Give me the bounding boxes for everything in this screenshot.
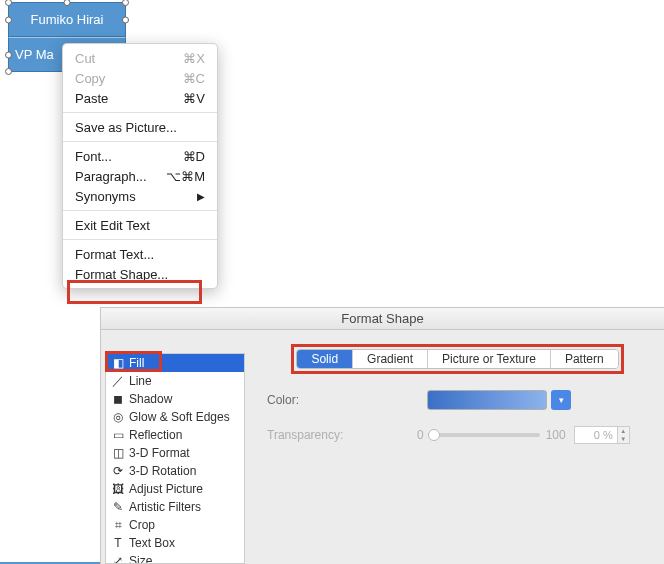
color-row: Color: ▾ xyxy=(267,390,648,410)
shape-role: VP Ma xyxy=(15,47,54,62)
sidebar-item-3-d-format[interactable]: ◫3-D Format xyxy=(106,444,244,462)
sidebar-item-label: 3-D Format xyxy=(129,446,190,460)
chevron-right-icon: ▶ xyxy=(197,191,205,202)
text-box-icon: T xyxy=(109,536,127,550)
menu-exit-edit-text[interactable]: Exit Edit Text xyxy=(63,215,217,235)
menu-separator xyxy=(63,239,217,240)
sidebar-item-label: Artistic Filters xyxy=(129,500,201,514)
transparency-slider[interactable] xyxy=(430,433,540,437)
chevron-updown-icon: ▾ xyxy=(559,395,564,405)
stepper-up-icon[interactable]: ▲ xyxy=(618,427,629,435)
stepper-down-icon[interactable]: ▼ xyxy=(618,435,629,443)
context-menu: Cut⌘X Copy⌘C Paste⌘V Save as Picture... … xyxy=(62,43,218,289)
menu-separator xyxy=(63,210,217,211)
shape-name-box[interactable]: Fumiko Hirai xyxy=(8,2,126,37)
transparency-min: 0 xyxy=(417,428,424,442)
reflection-icon: ▭ xyxy=(109,428,127,442)
sidebar-item-line[interactable]: ／Line xyxy=(106,372,244,390)
crop-icon: ⌗ xyxy=(109,518,127,532)
sidebar-item-size[interactable]: ⤢Size xyxy=(106,552,244,564)
resize-handle[interactable] xyxy=(122,0,129,6)
resize-handle[interactable] xyxy=(5,0,12,6)
menu-format-shape[interactable]: Format Shape... xyxy=(63,264,217,284)
menu-cut: Cut⌘X xyxy=(63,48,217,68)
sidebar-item-label: Text Box xyxy=(129,536,175,550)
fill-type-segmented: Solid Gradient Picture or Texture Patter… xyxy=(296,349,618,369)
fill-icon: ◧ xyxy=(109,356,127,370)
sidebar-item-crop[interactable]: ⌗Crop xyxy=(106,516,244,534)
3d-format-icon: ◫ xyxy=(109,446,127,460)
menu-font[interactable]: Font...⌘D xyxy=(63,146,217,166)
menu-synonyms[interactable]: Synonyms▶ xyxy=(63,186,217,206)
sidebar-item-label: Adjust Picture xyxy=(129,482,203,496)
sidebar-item-label: Crop xyxy=(129,518,155,532)
tab-pattern[interactable]: Pattern xyxy=(551,350,618,368)
color-well[interactable] xyxy=(427,390,547,410)
transparency-input[interactable]: 0 % xyxy=(574,426,618,444)
glow-icon: ◎ xyxy=(109,410,127,424)
format-shape-panel: Solid Gradient Picture or Texture Patter… xyxy=(251,336,664,564)
format-shape-sidebar: ◧Fill／Line◼Shadow◎Glow & Soft Edges▭Refl… xyxy=(105,353,245,564)
transparency-row: Transparency: 0 100 0 % ▲ ▼ xyxy=(267,426,648,444)
sidebar-item-adjust-picture[interactable]: 🖼Adjust Picture xyxy=(106,480,244,498)
sidebar-item-label: Shadow xyxy=(129,392,172,406)
resize-handle[interactable] xyxy=(122,16,129,23)
color-label: Color: xyxy=(267,393,387,407)
menu-paragraph[interactable]: Paragraph...⌥⌘M xyxy=(63,166,217,186)
slider-thumb[interactable] xyxy=(428,429,440,441)
color-dropdown-button[interactable]: ▾ xyxy=(551,390,571,410)
sidebar-item-label: Line xyxy=(129,374,152,388)
resize-handle[interactable] xyxy=(5,16,12,23)
sidebar-item-label: Reflection xyxy=(129,428,182,442)
menu-separator xyxy=(63,141,217,142)
size-icon: ⤢ xyxy=(109,554,127,564)
sidebar-item-reflection[interactable]: ▭Reflection xyxy=(106,426,244,444)
tab-solid[interactable]: Solid xyxy=(297,350,353,368)
format-shape-window: Format Shape ◧Fill／Line◼Shadow◎Glow & So… xyxy=(100,307,664,564)
sidebar-item-label: 3-D Rotation xyxy=(129,464,196,478)
transparency-stepper[interactable]: ▲ ▼ xyxy=(618,426,630,444)
window-title: Format Shape xyxy=(101,308,664,330)
transparency-max: 100 xyxy=(546,428,566,442)
menu-separator xyxy=(63,112,217,113)
line-icon: ／ xyxy=(109,374,127,388)
tab-gradient[interactable]: Gradient xyxy=(353,350,428,368)
sidebar-item-3-d-rotation[interactable]: ⟳3-D Rotation xyxy=(106,462,244,480)
artistic-filters-icon: ✎ xyxy=(109,500,127,514)
highlight-fill-tabs: Solid Gradient Picture or Texture Patter… xyxy=(291,344,623,374)
resize-handle[interactable] xyxy=(64,0,71,6)
resize-handle[interactable] xyxy=(5,68,12,75)
sidebar-item-artistic-filters[interactable]: ✎Artistic Filters xyxy=(106,498,244,516)
sidebar-item-label: Size xyxy=(129,554,152,564)
tab-picture-texture[interactable]: Picture or Texture xyxy=(428,350,551,368)
menu-copy: Copy⌘C xyxy=(63,68,217,88)
menu-format-text[interactable]: Format Text... xyxy=(63,244,217,264)
sidebar-item-text-box[interactable]: TText Box xyxy=(106,534,244,552)
resize-handle[interactable] xyxy=(5,51,12,58)
sidebar-item-glow-soft-edges[interactable]: ◎Glow & Soft Edges xyxy=(106,408,244,426)
menu-paste[interactable]: Paste⌘V xyxy=(63,88,217,108)
transparency-label: Transparency: xyxy=(267,428,387,442)
3d-rotation-icon: ⟳ xyxy=(109,464,127,478)
shadow-icon: ◼ xyxy=(109,392,127,406)
adjust-picture-icon: 🖼 xyxy=(109,482,127,496)
sidebar-item-label: Fill xyxy=(129,356,144,370)
menu-save-as-picture[interactable]: Save as Picture... xyxy=(63,117,217,137)
shape-name: Fumiko Hirai xyxy=(31,12,104,27)
sidebar-item-label: Glow & Soft Edges xyxy=(129,410,230,424)
sidebar-item-fill[interactable]: ◧Fill xyxy=(106,354,244,372)
sidebar-item-shadow[interactable]: ◼Shadow xyxy=(106,390,244,408)
